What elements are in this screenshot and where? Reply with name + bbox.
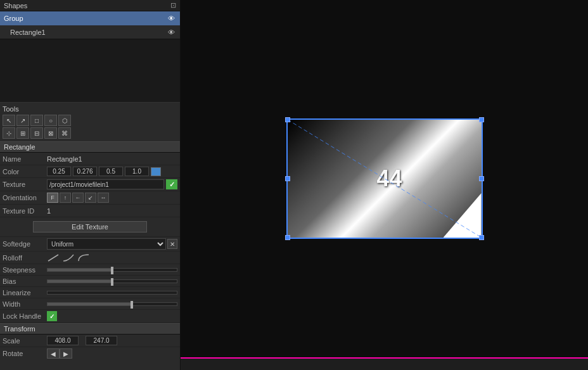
rotate-row: Rotate ◀ ▶ (0, 347, 180, 360)
name-value: Rectangle1 (47, 155, 177, 163)
softedge-clear-btn[interactable]: ✕ (167, 239, 177, 249)
softedge-row: Softedge Uniform ✕ (0, 237, 180, 252)
panel-spacer (0, 39, 180, 103)
bias-label: Bias (3, 278, 47, 285)
tools-section: Tools ↖ ↗ □ ○ ⬡ ⊹ ⊞ ⊟ ⊠ ⌘ (0, 103, 180, 141)
tool-select[interactable]: ↗ (16, 115, 29, 126)
softedge-select[interactable]: Uniform (47, 238, 166, 250)
steepness-label: Steepness (3, 266, 47, 274)
scale-separator (81, 337, 83, 345)
name-label: Name (3, 155, 47, 163)
rect1-row[interactable]: Rectangle1 👁 (0, 25, 180, 39)
color-label: Color (3, 168, 47, 175)
diag-line (288, 120, 482, 238)
orient-left-btn[interactable]: ← (72, 193, 84, 203)
mid-handle-left[interactable] (285, 176, 290, 181)
tool-grid2[interactable]: ⊟ (30, 127, 43, 139)
rolloff-label: Rolloff (3, 254, 47, 262)
tool-poly[interactable]: ⬡ (58, 115, 71, 126)
texture-path-input[interactable] (47, 179, 164, 189)
texture-label: Texture (3, 181, 47, 188)
orient-up-btn[interactable]: ↑ (60, 193, 71, 203)
bias-slider[interactable] (47, 279, 177, 283)
mid-handle-right[interactable] (479, 176, 484, 181)
edit-texture-button[interactable]: Edit Texture (33, 221, 147, 233)
steepness-slider[interactable] (47, 268, 177, 272)
rolloff-icon-2[interactable] (62, 253, 75, 262)
color-g-input[interactable] (73, 167, 97, 176)
viewport: 44 (181, 0, 588, 370)
rolloff-icon-3[interactable] (77, 253, 90, 262)
rect1-label: Rectangle1 (10, 29, 46, 36)
shapes-icon[interactable]: ⊡ (170, 1, 176, 10)
bias-row: Bias (0, 276, 180, 287)
corner-handle-tr[interactable] (479, 117, 484, 122)
shapes-header: Shapes ⊡ (0, 0, 180, 11)
color-a-input[interactable] (125, 167, 149, 176)
tool-split[interactable]: ⊠ (44, 127, 57, 139)
tools-row-1: ↖ ↗ □ ○ ⬡ (3, 115, 177, 126)
steepness-row: Steepness (0, 264, 180, 276)
color-row: Color (0, 165, 180, 178)
color-b-input[interactable] (99, 167, 123, 176)
left-panel: Shapes ⊡ Group 👁 Rectangle1 👁 Tools ↖ ↗ … (0, 0, 181, 370)
orientation-label: Orientation (3, 194, 47, 201)
orient-horiz-btn[interactable]: ↔ (98, 193, 109, 203)
tool-custom[interactable]: ⌘ (58, 127, 71, 139)
rotate-right-btn[interactable]: ▶ (60, 348, 72, 359)
linearize-slider[interactable] (47, 291, 177, 295)
timeline-bar (181, 357, 588, 370)
rotate-left-btn[interactable]: ◀ (47, 348, 60, 359)
width-row: Width (0, 298, 180, 310)
scale-label: Scale (3, 337, 47, 345)
rect1-eye-icon[interactable]: 👁 (166, 29, 176, 36)
softedge-label: Softedge (3, 240, 47, 248)
rolloff-icons (47, 253, 177, 262)
color-swatch[interactable] (151, 167, 161, 176)
texture-row: Texture ✓ (0, 178, 180, 191)
rect-section-title: Rectangle (0, 141, 180, 153)
scale-y-input[interactable] (86, 336, 117, 345)
texture-field: ✓ (47, 179, 177, 189)
orientation-row: Orientation F ↑ ← ↙ ↔ (0, 191, 180, 205)
orient-buttons: F ↑ ← ↙ ↔ (47, 193, 109, 203)
linearize-row: Linearize (0, 287, 180, 298)
width-label: Width (3, 300, 47, 308)
texture-check-icon[interactable]: ✓ (166, 179, 177, 189)
tool-cursor2[interactable]: ⊹ (3, 127, 15, 139)
preview-rect[interactable]: 44 (286, 118, 483, 239)
group-eye-icon[interactable]: 👁 (166, 15, 176, 22)
scale-x-input[interactable] (47, 336, 79, 345)
linearize-label: Linearize (3, 289, 47, 297)
transform-section-title: Transform (0, 323, 180, 335)
canvas-area: 44 (181, 0, 588, 357)
lock-handle-row: Lock Handle ✓ (0, 310, 180, 323)
tool-arrow[interactable]: ↖ (3, 115, 15, 126)
edit-texture-row: Edit Texture (0, 217, 180, 237)
name-row: Name Rectangle1 (0, 153, 180, 165)
orient-diag-btn[interactable]: ↙ (85, 193, 96, 203)
tool-rect[interactable]: □ (30, 115, 43, 126)
texid-label: Texture ID (3, 207, 47, 215)
corner-handle-br[interactable] (479, 235, 484, 240)
width-slider[interactable] (47, 302, 177, 306)
rolloff-icon-1[interactable] (47, 253, 60, 262)
shapes-label: Shapes (4, 2, 27, 10)
group-row[interactable]: Group 👁 (0, 11, 180, 25)
corner-handle-tl[interactable] (285, 117, 290, 122)
rotate-label: Rotate (3, 350, 47, 357)
corner-handle-bl[interactable] (285, 235, 290, 240)
svg-line-0 (288, 120, 482, 238)
orient-f-btn[interactable]: F (47, 193, 58, 203)
color-r-input[interactable] (47, 167, 71, 176)
texid-value: 1 (47, 207, 177, 215)
tool-grid[interactable]: ⊞ (16, 127, 29, 139)
tool-circle[interactable]: ○ (44, 115, 57, 126)
rolloff-row: Rolloff (0, 252, 180, 264)
color-fields (47, 167, 177, 176)
texid-row: Texture ID 1 (0, 205, 180, 217)
tools-row-2: ⊹ ⊞ ⊟ ⊠ ⌘ (3, 127, 177, 139)
lock-handle-check[interactable]: ✓ (47, 311, 57, 321)
tools-label: Tools (3, 105, 177, 113)
lock-handle-label: Lock Handle (3, 312, 47, 320)
